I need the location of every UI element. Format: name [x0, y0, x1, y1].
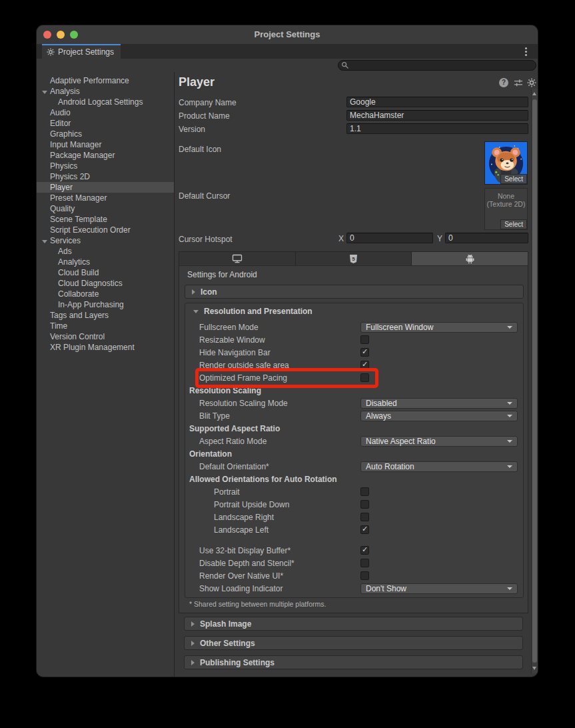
sidebar-item[interactable]: Physics 2D — [37, 171, 174, 182]
sidebar-item[interactable]: Player — [37, 182, 174, 193]
tab-platform-android[interactable] — [412, 252, 528, 265]
sidebar-item-label: Audio — [50, 108, 71, 117]
svg-text:5: 5 — [352, 256, 355, 262]
sidebar-item[interactable]: Cloud Build — [37, 267, 174, 278]
setting-dropdown[interactable]: Always — [360, 411, 518, 421]
help-icon[interactable]: ? — [499, 78, 508, 87]
sidebar-item[interactable]: Ads — [37, 246, 174, 257]
vertical-scrollbar[interactable] — [531, 89, 538, 673]
setting-dropdown[interactable]: Fullscreen Window — [360, 322, 518, 333]
product-name-label: Product Name — [179, 111, 230, 121]
hotspot-y-input[interactable] — [445, 233, 528, 243]
setting-checkbox[interactable] — [360, 571, 369, 580]
setting-checkbox[interactable] — [360, 487, 369, 496]
sidebar-item[interactable]: Physics — [37, 161, 174, 171]
sidebar-item[interactable]: Tags and Layers — [37, 310, 174, 321]
sidebar-item-label: Physics — [50, 161, 77, 171]
setting-dropdown[interactable]: Don't Show — [360, 583, 518, 594]
cursor-select-button[interactable]: Select — [500, 219, 527, 229]
sidebar-item[interactable]: Scene Template — [37, 214, 174, 225]
setting-row: Hide Navigation Bar — [185, 346, 523, 359]
sidebar-item[interactable]: XR Plugin Management — [37, 342, 174, 353]
company-name-input[interactable] — [346, 97, 528, 107]
title-bar[interactable]: Project Settings — [37, 25, 538, 45]
sidebar-item[interactable]: Script Execution Order — [37, 225, 174, 235]
icon-select-button[interactable]: Select — [500, 174, 527, 184]
setting-checkbox[interactable] — [360, 348, 369, 357]
sidebar-item[interactable]: Collaborate — [37, 289, 174, 299]
sidebar-item[interactable]: Version Control — [37, 331, 174, 342]
company-name-label: Company Name — [179, 97, 237, 108]
foldout-label: Icon — [201, 287, 217, 297]
setting-dropdown[interactable]: Disabled — [360, 398, 518, 409]
sidebar-item[interactable]: Editor — [37, 118, 174, 129]
setting-row: Aspect Ratio Mode Native Aspect Ratio — [185, 435, 523, 447]
setting-checkbox[interactable] — [360, 373, 369, 382]
sidebar-item[interactable]: Services — [37, 235, 174, 246]
search-icon — [341, 61, 349, 69]
scroll-down-icon[interactable] — [532, 667, 536, 670]
search-input[interactable] — [338, 60, 536, 71]
sidebar-item[interactable]: Quality — [37, 203, 174, 214]
gear-icon[interactable] — [527, 78, 536, 87]
sidebar-item[interactable]: Preset Manager — [37, 193, 174, 203]
chevron-down-icon — [507, 465, 512, 468]
setting-dropdown[interactable]: Native Aspect Ratio — [360, 436, 518, 447]
setting-label: Resolution Scaling — [189, 386, 261, 395]
chevron-down-icon — [507, 415, 512, 417]
kebab-menu-icon[interactable] — [521, 47, 530, 56]
setting-checkbox[interactable] — [360, 500, 369, 509]
setting-dropdown[interactable]: Auto Rotation — [360, 461, 518, 472]
scrollbar-thumb[interactable] — [532, 99, 537, 663]
version-input[interactable] — [346, 123, 528, 134]
sidebar-item[interactable]: Cloud Diagnostics — [37, 278, 174, 289]
tab-platform-webgl[interactable]: 5 — [296, 252, 412, 265]
setting-label: Use 32-bit Display Buffer* — [199, 546, 290, 555]
setting-checkbox[interactable] — [360, 559, 369, 567]
tab-project-settings[interactable]: Project Settings — [42, 44, 121, 59]
presets-icon[interactable] — [514, 78, 523, 87]
default-cursor-field[interactable]: None (Texture 2D) Select — [484, 188, 528, 230]
foldout-closed-icon — [192, 289, 195, 295]
sidebar-item-label: Input Manager — [50, 140, 101, 149]
hotspot-y-label: Y — [437, 234, 442, 243]
sidebar-item[interactable]: In-App Purchasing — [37, 299, 174, 310]
setting-checkbox[interactable] — [360, 335, 369, 344]
sidebar-item-label: Adaptive Performance — [50, 76, 129, 85]
setting-label: Hide Navigation Bar — [199, 348, 271, 357]
setting-checkbox[interactable] — [360, 525, 369, 534]
sidebar-item[interactable]: Audio — [37, 107, 174, 118]
setting-label: Portrait Upside Down — [214, 500, 289, 509]
foldout-section[interactable]: Publishing Settings — [184, 655, 523, 669]
sidebar-item[interactable]: Analysis — [37, 86, 174, 97]
setting-checkbox[interactable] — [360, 513, 369, 521]
cursor-none-type: (Texture 2D) — [485, 200, 527, 208]
setting-row: Render Over Native UI* — [185, 569, 523, 582]
cursor-hotspot-label: Cursor Hotspot — [179, 234, 233, 245]
foldout-open-icon — [193, 310, 199, 313]
foldout-section[interactable]: Splash Image — [184, 617, 523, 631]
foldout-resolution-presentation[interactable]: Resolution and Presentation — [185, 303, 523, 319]
dropdown-value: Native Aspect Ratio — [366, 437, 436, 446]
default-icon-thumbnail[interactable]: Select — [484, 141, 528, 185]
product-name-input[interactable] — [346, 110, 528, 121]
sidebar-item[interactable]: Package Manager — [37, 150, 174, 161]
sidebar-item[interactable]: Input Manager — [37, 139, 174, 150]
sidebar-item[interactable]: Graphics — [37, 129, 174, 139]
setting-checkbox[interactable] — [360, 361, 369, 369]
bottom-foldouts: Splash Image Other Settings Publishing S… — [184, 617, 523, 675]
window-title: Project Settings — [37, 25, 538, 44]
setting-checkbox[interactable] — [360, 546, 369, 555]
foldout-icon-section[interactable]: Icon — [185, 285, 524, 299]
sidebar-item[interactable]: Adaptive Performance — [37, 75, 174, 86]
setting-label: Disable Depth and Stencil* — [199, 559, 294, 568]
sidebar-item[interactable]: Android Logcat Settings — [37, 97, 174, 107]
sidebar-item[interactable]: Time — [37, 321, 174, 331]
tab-platform-desktop[interactable] — [179, 252, 296, 265]
foldout-section[interactable]: Other Settings — [184, 636, 523, 650]
sidebar-item[interactable]: Analytics — [37, 257, 174, 267]
foldout-closed-icon — [191, 621, 195, 627]
scroll-up-icon[interactable] — [532, 92, 536, 95]
hotspot-x-input[interactable] — [346, 233, 433, 243]
setting-label: Fullscreen Mode — [199, 323, 259, 332]
